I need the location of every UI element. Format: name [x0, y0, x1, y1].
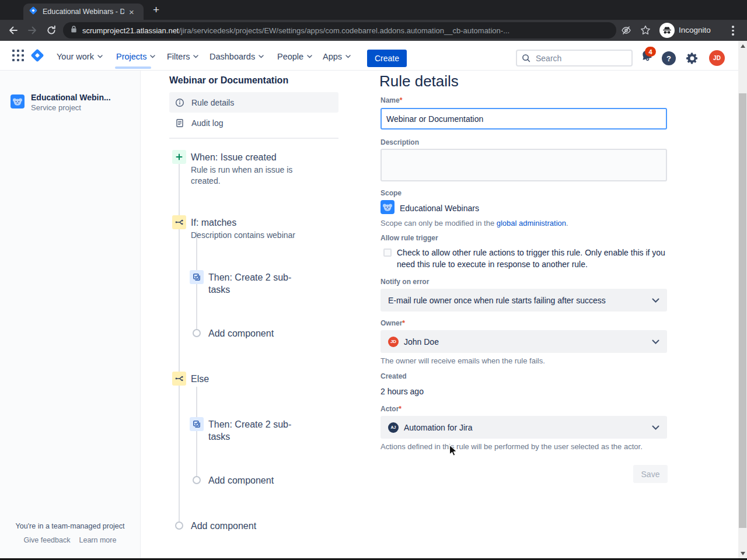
user-avatar[interactable]: JD [709, 50, 725, 66]
allow-rule-trigger-checkbox[interactable] [383, 249, 392, 257]
reload-icon[interactable] [46, 24, 57, 36]
add-component-button[interactable]: Add component [191, 520, 256, 532]
actor-label: Actor* [381, 405, 402, 413]
nav-label: People [277, 52, 303, 61]
actor-select[interactable]: AJ Automation for Jira [381, 416, 667, 439]
owner-label: Owner* [381, 319, 405, 327]
actor-helper: Actions defined in this rule will be per… [381, 442, 643, 451]
nav-projects[interactable]: Projects [116, 52, 155, 61]
nav-label: Your work [57, 52, 94, 61]
settings-button[interactable] [685, 51, 699, 65]
jira-logo-icon[interactable] [30, 48, 45, 65]
add-component-circle-icon[interactable] [193, 329, 201, 337]
audit-log-icon [175, 118, 184, 128]
project-avatar [381, 200, 395, 216]
flow-connector-line [196, 387, 197, 477]
url-bar[interactable]: scrumproject21.atlassian.net/jira/servic… [63, 22, 616, 38]
flow-item-if[interactable]: If: matches [191, 216, 236, 229]
create-button[interactable]: Create [367, 50, 407, 67]
owner-select[interactable]: JD John Doe [381, 330, 667, 353]
flow-item-when-subtitle: Rule is run when an issue is created. [191, 164, 310, 187]
project-avatar [11, 94, 25, 111]
search-input[interactable] [535, 53, 616, 64]
flow-item-else[interactable]: Else [191, 373, 209, 385]
gear-icon [685, 51, 699, 65]
nav-dashboards[interactable]: Dashboards [210, 52, 264, 61]
branch-icon[interactable] [172, 215, 186, 229]
nav-people[interactable]: People [277, 52, 312, 61]
allow-rule-trigger-label: Allow rule trigger [381, 234, 438, 242]
app-switcher-icon[interactable] [12, 50, 25, 62]
chevron-down-icon [193, 55, 198, 58]
nav-apps[interactable]: Apps [323, 52, 351, 61]
notifications-button[interactable]: 4 [640, 49, 657, 66]
sidebar-footer: You're in a team-managed project Give fe… [0, 522, 140, 544]
created-label: Created [381, 372, 407, 380]
search-box [516, 50, 633, 66]
trigger-plus-icon[interactable] [172, 150, 186, 164]
chevron-down-icon [259, 55, 264, 58]
nav-your-work[interactable]: Your work [57, 52, 103, 61]
lock-icon [70, 25, 78, 36]
owner-helper: The owner will receive emails when the r… [381, 356, 545, 365]
subtask-icon[interactable] [190, 417, 204, 431]
tab-label: Rule details [191, 98, 234, 107]
back-icon[interactable] [8, 24, 19, 36]
add-component-button[interactable]: Add component [208, 327, 274, 340]
scroll-down-icon[interactable] [741, 552, 745, 555]
new-tab-button[interactable]: + [153, 4, 159, 16]
chevron-down-icon [97, 55, 103, 58]
project-type: Service project [31, 103, 111, 112]
nav-projects-underline [115, 66, 151, 69]
flow-item-when[interactable]: When: Issue created [191, 151, 277, 163]
give-feedback-link[interactable]: Give feedback [24, 536, 71, 544]
learn-more-link[interactable]: Learn more [79, 536, 116, 544]
browser-menu-icon[interactable] [732, 26, 734, 37]
nav-label: Projects [116, 52, 146, 61]
chevron-down-icon [307, 55, 312, 58]
global-administration-link[interactable]: global administration [497, 219, 566, 228]
tab-audit-log[interactable]: Audit log [169, 113, 338, 133]
description-textarea[interactable] [381, 149, 667, 181]
chevron-down-icon [652, 298, 659, 303]
notify-on-error-select[interactable]: E-mail rule owner once when rule starts … [381, 289, 667, 312]
nav-label: Apps [323, 52, 342, 61]
browser-tab[interactable]: Educational Webinars - Det × [23, 4, 144, 20]
help-button[interactable]: ? [662, 51, 676, 65]
nav-label: Dashboards [210, 52, 255, 61]
forward-icon[interactable] [26, 24, 38, 36]
divider [169, 138, 338, 139]
tab-rule-details[interactable]: Rule details [169, 92, 338, 113]
bookmark-star-icon[interactable] [640, 25, 652, 37]
branch-icon[interactable] [172, 372, 186, 386]
nav-filters[interactable]: Filters [167, 52, 198, 61]
name-input[interactable] [381, 108, 667, 130]
add-component-circle-icon[interactable] [175, 522, 183, 530]
owner-value: John Doe [404, 337, 439, 346]
flow-item-then-2[interactable]: Then: Create 2 sub-tasks [208, 418, 305, 443]
actor-value: Automation for Jira [404, 423, 473, 432]
tab-close-icon[interactable]: × [129, 8, 134, 16]
eye-off-icon[interactable] [621, 25, 633, 37]
required-asterisk: * [402, 319, 405, 327]
browser-toolbar: scrumproject21.atlassian.net/jira/servic… [0, 20, 747, 41]
tab-title: Educational Webinars - Det [43, 8, 124, 16]
add-component-circle-icon[interactable] [193, 476, 201, 484]
scope-value: Educational Webinars [400, 204, 479, 213]
chevron-down-icon [652, 425, 659, 430]
page-title: Rule details [379, 72, 459, 90]
scroll-up-icon[interactable] [741, 44, 745, 48]
url-path: /jira/servicedesk/projects/EW/settings/a… [179, 26, 509, 35]
chevron-down-icon [345, 55, 351, 58]
tab-label: Audit log [191, 118, 223, 128]
save-button[interactable]: Save [633, 465, 668, 483]
nav-label: Filters [167, 52, 190, 61]
browser-window: Educational Webinars - Det × + scrumproj… [0, 0, 747, 560]
name-label: Name* [381, 96, 402, 104]
flow-item-then-1[interactable]: Then: Create 2 sub-tasks [208, 271, 305, 296]
scrollbar-thumb[interactable] [739, 93, 746, 528]
subtask-icon[interactable] [190, 270, 204, 284]
incognito-label: Incognito [679, 26, 711, 34]
chevron-down-icon [150, 55, 155, 58]
add-component-button[interactable]: Add component [208, 474, 274, 487]
